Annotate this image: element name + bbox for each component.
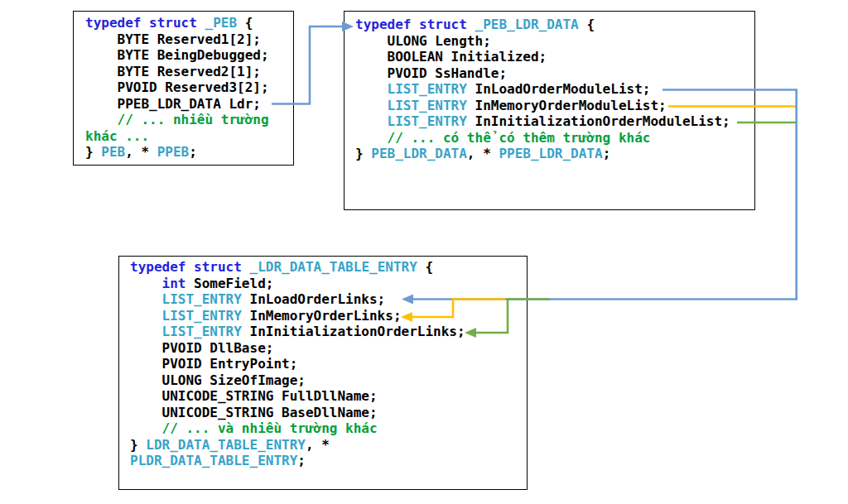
code-peb: typedef struct _PEB { BYTE Reserved1[2];… [85, 15, 269, 161]
struct-box-peb: typedef struct _PEB { BYTE Reserved1[2];… [73, 11, 294, 166]
struct-box-peb-ldr-data: typedef struct _PEB_LDR_DATA { ULONG Len… [344, 11, 755, 210]
diagram-canvas: typedef struct _PEB { BYTE Reserved1[2];… [0, 0, 848, 504]
code-ldr-data-table-entry: typedef struct _LDR_DATA_TABLE_ENTRY { i… [130, 259, 465, 469]
struct-box-ldr-data-table-entry: typedef struct _LDR_DATA_TABLE_ENTRY { i… [118, 256, 528, 490]
code-peb-ldr-data: typedef struct _PEB_LDR_DATA { ULONG Len… [355, 17, 730, 162]
